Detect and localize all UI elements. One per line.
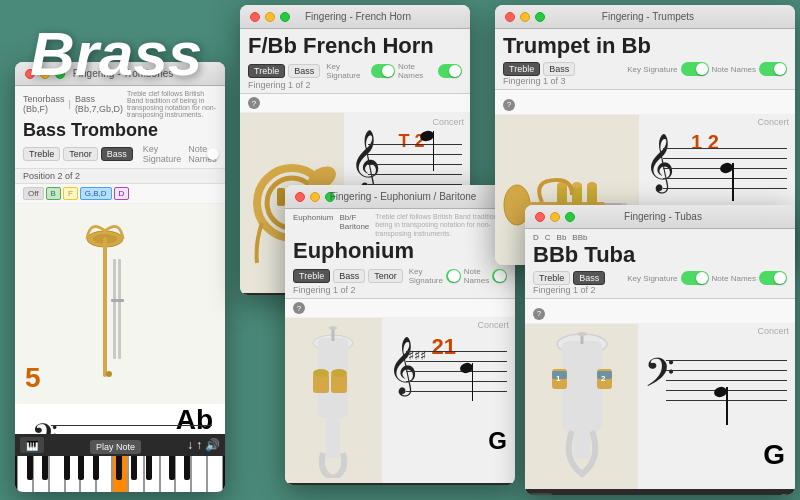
valve-gbd[interactable]: G,B,D	[80, 187, 112, 200]
tuba-piano-section: 🎹 Play Note ↓ ↑ 🔊	[525, 489, 795, 495]
trombone-up-arrow[interactable]: ↑	[196, 438, 202, 452]
piano-black-key-1[interactable]	[27, 456, 33, 480]
trumpet-help-icon[interactable]: ?	[503, 99, 515, 111]
piano-black-key-8[interactable]	[146, 456, 152, 480]
euph-tab-tenor[interactable]: Tenor	[368, 269, 403, 283]
horn-toggle2[interactable]	[438, 64, 462, 78]
tuba-tab-treble[interactable]: Treble	[533, 271, 570, 285]
tuba-concert-label: Concert	[757, 326, 789, 336]
piano-black-key-3[interactable]	[64, 456, 70, 480]
tuba-staff: 𝄢	[644, 355, 789, 410]
svg-rect-19	[326, 418, 340, 458]
euph-toggle[interactable]	[446, 269, 461, 283]
tuba-play-area: Play Note	[555, 491, 756, 495]
trombone-tab-treble[interactable]: Treble	[23, 147, 60, 161]
euph-toggle2[interactable]	[492, 269, 507, 283]
valve-f[interactable]: F	[63, 187, 78, 200]
svg-point-17	[313, 369, 329, 377]
euph-info: Treble clef follows British Band traditi…	[375, 213, 507, 238]
euph-help-icon[interactable]: ?	[293, 302, 305, 314]
svg-point-20	[329, 326, 337, 330]
svg-point-39	[577, 332, 587, 336]
horn-help-icon[interactable]: ?	[248, 97, 260, 109]
valve-b[interactable]: B	[46, 187, 61, 200]
svg-rect-2	[103, 237, 107, 377]
tuba-tab-row: Treble Bass Key Signature Note Names	[533, 271, 787, 285]
trombone-speaker-icon: 🔊	[205, 438, 220, 452]
trombone-piano-icon[interactable]: 🎹	[20, 437, 44, 453]
tuba-down-arrow[interactable]: ↓	[759, 494, 765, 495]
trombone-content: Tenorbass (Bb,F) | Bass (Bb,7,Gb,D) Treb…	[15, 86, 225, 492]
piano-black-key-6[interactable]	[116, 456, 122, 480]
horn-tab-bass[interactable]: Bass	[288, 64, 320, 78]
tuba-sub1: D	[533, 233, 539, 242]
trombone-image: 5	[15, 204, 225, 404]
piano-black-key-9[interactable]	[169, 456, 175, 480]
trombone-play-note-btn[interactable]: Play Note	[90, 440, 141, 454]
trumpet-tab-treble[interactable]: Treble	[503, 62, 540, 76]
trombone-tab-bass[interactable]: Bass	[101, 147, 133, 161]
trumpet-window-title: Fingering - Trumpets	[511, 11, 785, 22]
tuba-titlebar: Fingering - Tubas	[525, 205, 795, 229]
euph-piano-controls: 🎹 Play Note ↓ ↑ 🔊	[285, 483, 515, 485]
treble-clef-horn: 𝄞	[350, 129, 381, 190]
trombone-valve-row: Off B F G,B,D D	[15, 184, 225, 204]
trumpet-concert-label: Concert	[757, 117, 789, 127]
tuba-toggle[interactable]	[681, 271, 709, 285]
trombone-subtitle-row: Tenorbass (Bb,F) | Bass (Bb,7,Gb,D) Treb…	[23, 90, 217, 118]
tuba-help-icon[interactable]: ?	[533, 308, 545, 320]
horn-tab-treble[interactable]: Treble	[248, 64, 285, 78]
piano-black-key-7[interactable]	[131, 456, 137, 480]
euph-note-label: G	[488, 427, 507, 455]
horn-toggle[interactable]	[371, 64, 395, 78]
trumpet-note-stem	[732, 163, 734, 201]
trombone-header: Tenorbass (Bb,F) | Bass (Bb,7,Gb,D) Treb…	[15, 86, 225, 169]
piano-key-g2[interactable]	[207, 456, 223, 492]
valve-off[interactable]: Off	[23, 187, 44, 200]
trumpet-toggle2[interactable]	[759, 62, 787, 76]
piano-key-e[interactable]	[49, 456, 65, 492]
tuba-piano-icon-btn[interactable]: 🎹	[530, 493, 552, 496]
tuba-toggle2[interactable]	[759, 271, 787, 285]
euphonium-header: Euphonium Bb/F Baritone Treble clef foll…	[285, 209, 515, 299]
trumpet-titlebar: Fingering - Trumpets	[495, 5, 795, 29]
trombone-tab-tenor[interactable]: Tenor	[63, 147, 98, 161]
euph-tab-row: Treble Bass Tenor Key Signature Note Nam…	[293, 267, 507, 285]
trumpet-toggle[interactable]	[681, 62, 709, 76]
tuba-sub4: BBb	[572, 233, 587, 242]
tuba-up-arrow[interactable]: ↑	[768, 494, 774, 495]
euph-main-content: Concert 21 𝄞 ♯♯♯ G	[285, 318, 515, 483]
trombone-piano-keys	[15, 456, 225, 492]
horn-name: F/Bb French Horn	[248, 33, 462, 59]
piano-black-key-4[interactable]	[78, 456, 84, 480]
euph-tab-treble[interactable]: Treble	[293, 269, 330, 283]
trombone-down-arrow[interactable]: ↓	[187, 438, 193, 452]
euph-note-names: Note Names	[464, 267, 489, 285]
page-title: Brass	[30, 18, 202, 89]
trumpet-tab-bass[interactable]: Bass	[543, 62, 575, 76]
euph-sub1: Euphonium	[293, 213, 333, 238]
horn-concert-label: Concert	[432, 117, 464, 127]
trumpet-key-sig-label: Key Signature	[627, 65, 677, 74]
euph-tab-bass[interactable]: Bass	[333, 269, 365, 283]
trombone-note-label: Ab	[176, 404, 213, 436]
tuba-main-content: 1 2 Concert 𝄢	[525, 324, 795, 489]
tuba-staff-area: Concert 𝄢 G	[638, 324, 795, 489]
trombone-tab-row: Treble Tenor Bass Key Signature Note Nam…	[23, 144, 217, 164]
horn-hint-row: ?	[240, 94, 470, 113]
piano-black-key-10[interactable]	[184, 456, 190, 480]
treble-clef-euph: 𝄞	[388, 336, 418, 395]
tuba-tab-bass[interactable]: Bass	[573, 271, 605, 285]
svg-rect-4	[118, 259, 121, 359]
piano-key-f2[interactable]	[191, 456, 207, 492]
tuba-note-label: G	[763, 439, 785, 471]
tuba-sub3: Bb	[557, 233, 567, 242]
piano-black-key-2[interactable]	[42, 456, 48, 480]
trumpet-fingering: Fingering 1 of 3	[503, 76, 787, 86]
tuba-fingering: Fingering 1 of 2	[533, 285, 787, 295]
valve-d[interactable]: D	[114, 187, 130, 200]
piano-black-key-5[interactable]	[93, 456, 99, 480]
trombone-name: Bass Trombone	[23, 120, 217, 141]
trombone-position: Position 2 of 2	[15, 169, 225, 184]
tuba-header: D C Bb BBb BBb Tuba Treble Bass Key Sign…	[525, 229, 795, 299]
